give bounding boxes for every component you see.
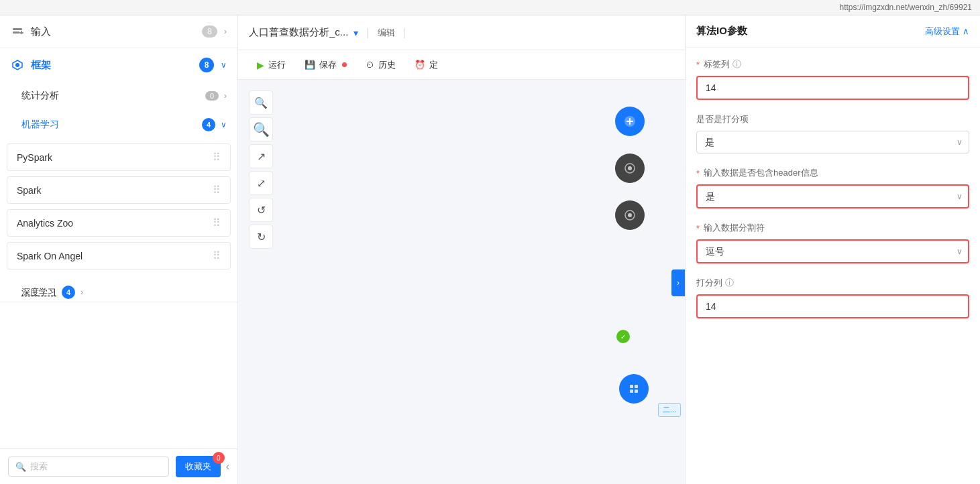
right-panel-header: 算法IO参数 高级设置 ∧ [686, 15, 980, 48]
canvas-toolbar: ▶ 运行 💾 保存 ⏲ 历史 ⏰ 定 [238, 50, 685, 80]
deep-learning-label: 深度学习 [21, 286, 56, 298]
svg-point-5 [15, 63, 19, 67]
svg-point-10 [628, 213, 632, 217]
label-col-input[interactable] [696, 76, 969, 100]
delimiter-select-wrapper: 逗号 制表符 空格 ∨ [696, 239, 969, 263]
svg-rect-0 [13, 28, 22, 30]
drag-handle-icon[interactable]: ⠿ [213, 184, 221, 196]
save-icon: 💾 [305, 60, 315, 70]
history-icon: ⏲ [366, 60, 374, 70]
delimiter-label: * 输入数据分割符 [696, 222, 969, 234]
delimiter-select[interactable]: 逗号 制表符 空格 [696, 239, 969, 263]
canvas-title: 人口普查数据分析_c... ▾ [249, 26, 358, 39]
node-bottom-label: 二... [658, 403, 681, 417]
svg-point-8 [628, 166, 632, 170]
label-col-label: * 标签列 ⓘ [696, 58, 969, 70]
schedule-icon: ⏰ [415, 60, 425, 70]
framework-arrow-icon: ∨ [221, 60, 227, 70]
right-panel: 算法IO参数 高级设置 ∧ * 标签列 ⓘ 是否是打分项 [685, 15, 980, 484]
sidebar-item-input[interactable]: 输入 8 › [0, 15, 237, 48]
move-tool-button[interactable]: ↗ [249, 144, 273, 168]
score-col-input[interactable] [696, 294, 969, 318]
sidebar-item-stat[interactable]: 统计分析 0 › [0, 82, 237, 110]
form-field-score-col: 打分列 ⓘ [696, 277, 969, 318]
list-item[interactable]: Analytics Zoo ⠿ [7, 209, 231, 237]
stat-badge: 0 [205, 91, 219, 101]
sidebar-section-input: 输入 8 › [0, 15, 237, 48]
fit-screen-button[interactable]: ⤢ [249, 171, 273, 195]
list-item[interactable]: PySpark ⠿ [7, 143, 231, 171]
ml-item-label: PySpark [17, 152, 52, 163]
sidebar-item-deep-learning[interactable]: 深度学习 4 › [0, 279, 237, 302]
list-item[interactable]: Spark ⠿ [7, 176, 231, 204]
zoom-out-button[interactable]: 🔍 [249, 117, 273, 141]
input-arrow-icon: › [224, 27, 227, 36]
framework-badge: 8 [199, 58, 214, 72]
ml-items-list: PySpark ⠿ Spark ⠿ Analytics Zoo ⠿ Spark … [0, 139, 237, 279]
score-col-label: 打分列 ⓘ [696, 277, 969, 289]
form-field-is-scoring: 是否是打分项 是 否 ∨ [696, 113, 969, 154]
form-field-delimiter: * 输入数据分割符 逗号 制表符 空格 ∨ [696, 222, 969, 263]
drag-handle-icon[interactable]: ⠿ [213, 217, 221, 229]
run-button[interactable]: ▶ 运行 [249, 55, 294, 75]
favorites-button[interactable]: 收藏夹 0 [176, 456, 221, 477]
save-dirty-indicator [342, 62, 347, 67]
has-header-label: * 输入数据是否包含header信息 [696, 167, 969, 179]
svg-rect-3 [19, 32, 23, 34]
side-panel-toggle-button[interactable]: › [671, 269, 685, 296]
right-panel-title: 算法IO参数 [696, 25, 747, 38]
is-scoring-select-wrapper: 是 否 ∨ [696, 131, 969, 154]
history-button[interactable]: ⏲ 历史 [358, 55, 404, 75]
list-item[interactable]: Spark On Angel ⠿ [7, 242, 231, 269]
collapse-sidebar-icon[interactable]: ‹ [226, 461, 229, 473]
stat-label: 统计分析 [21, 90, 205, 102]
undo-button[interactable]: ↺ [249, 198, 273, 222]
drag-handle-icon[interactable]: ⠿ [213, 151, 221, 164]
label-col-info-icon[interactable]: ⓘ [732, 58, 741, 70]
node-dark1[interactable] [615, 154, 645, 183]
sidebar-footer: 🔍 搜索 收藏夹 0 ‹ [0, 448, 237, 484]
advanced-settings-button[interactable]: 高级设置 ∧ [925, 25, 969, 38]
svg-rect-1 [13, 32, 19, 34]
zoom-in-button[interactable]: 🔍 [249, 90, 273, 115]
node-blue[interactable] [615, 107, 645, 136]
canvas-edit-button[interactable]: 编辑 [378, 27, 395, 39]
svg-rect-13 [630, 389, 633, 393]
has-header-select[interactable]: 是 否 [696, 184, 969, 208]
svg-rect-12 [635, 385, 638, 388]
node-success-indicator: ✓ [616, 330, 630, 343]
deep-learning-badge: 4 [62, 286, 75, 299]
input-label: 输入 [31, 25, 202, 38]
run-icon: ▶ [257, 60, 264, 70]
drag-handle-icon[interactable]: ⠿ [213, 249, 221, 262]
chevron-up-icon: ∧ [963, 26, 969, 36]
ml-item-label: Spark On Angel [17, 251, 83, 261]
has-header-select-wrapper: 是 否 ∨ [696, 184, 969, 208]
url-bar: https://imgzxdn.net/wenxin_zh/69921 [0, 0, 980, 15]
form-field-has-header: * 输入数据是否包含header信息 是 否 ∨ [696, 167, 969, 208]
analytics-zoo-label: Analytics Zoo [17, 218, 73, 229]
form-field-label-col: * 标签列 ⓘ [696, 58, 969, 100]
score-col-info-icon[interactable]: ⓘ [725, 277, 734, 289]
save-button[interactable]: 💾 保存 [296, 55, 355, 75]
input-badge: 8 [202, 25, 217, 38]
node-dark2[interactable] [615, 200, 645, 230]
sidebar-section-framework: 框架 8 ∨ 统计分析 0 › 机器学习 4 ∨ PySpark ⠿ [0, 48, 237, 302]
ml-badge: 4 [202, 118, 215, 131]
sidebar-item-ml[interactable]: 机器学习 4 ∨ [0, 110, 237, 139]
search-placeholder: 搜索 [30, 461, 48, 473]
schedule-button[interactable]: ⏰ 定 [406, 55, 446, 75]
canvas-title-chevron-icon[interactable]: ▾ [353, 27, 358, 38]
search-input[interactable]: 🔍 搜索 [8, 457, 169, 477]
stat-arrow-icon: › [224, 91, 227, 101]
svg-rect-11 [630, 385, 633, 388]
redo-button[interactable]: ↻ [249, 225, 273, 249]
framework-icon [11, 58, 24, 72]
framework-label: 框架 [31, 59, 199, 72]
sidebar-item-framework[interactable]: 框架 8 ∨ [0, 48, 237, 82]
node-bottom[interactable] [619, 374, 649, 404]
is-scoring-label: 是否是打分项 [696, 113, 969, 125]
is-scoring-select[interactable]: 是 否 [696, 131, 969, 154]
ml-arrow-icon: ∨ [221, 120, 227, 129]
svg-rect-14 [635, 389, 638, 393]
